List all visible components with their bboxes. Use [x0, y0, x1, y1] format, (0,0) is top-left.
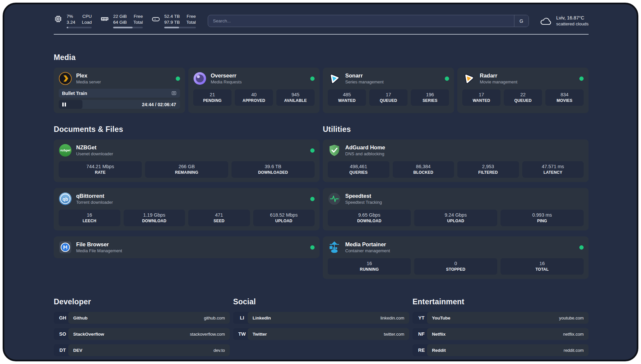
- camera-icon: [171, 90, 177, 96]
- link-url: twitter.com: [384, 332, 404, 337]
- ram-labels: Free Total: [134, 14, 143, 25]
- link-url: youtube.com: [559, 316, 584, 320]
- app-subtitle: Series management: [345, 79, 383, 85]
- link-linkedin[interactable]: LI LinkedInlinkedin.com: [233, 312, 409, 324]
- plex-icon: [59, 72, 72, 85]
- nzbget-icon: nzbget: [59, 144, 72, 157]
- stat-wanted: 17WANTED: [462, 89, 501, 106]
- link-name: Github: [73, 316, 88, 320]
- status-dot: [310, 148, 315, 153]
- card-radarr[interactable]: Radarr Movie management 17WANTED 22QUEUE…: [457, 68, 589, 113]
- stat-rate: 744.21 MbpsRATE: [59, 161, 142, 178]
- disk-values: 52.4 TB 97.9 TB: [164, 14, 180, 25]
- stat-ping: 0.993 msPING: [501, 210, 584, 226]
- link-twitter[interactable]: TW Twittertwitter.com: [233, 328, 409, 340]
- playback-progress: 24:44 / 02:06:47: [59, 100, 180, 109]
- ram-progress-bar: [113, 27, 143, 28]
- stat-upload: 618.52 MbpsUPLOAD: [253, 210, 315, 226]
- card-sonarr[interactable]: Sonarr Series management 485WANTED 17QUE…: [323, 68, 454, 113]
- app-subtitle: Container management: [345, 248, 390, 254]
- search-input[interactable]: [208, 15, 514, 27]
- card-nzbget[interactable]: nzbget NZBGet Usenet downloader 744.21 M…: [54, 139, 320, 182]
- app-subtitle: DNS and adblocking: [345, 151, 385, 157]
- svg-text:nzbget: nzbget: [60, 148, 71, 152]
- cpu-labels: CPU Load: [82, 14, 92, 25]
- app-subtitle: Usenet downloader: [76, 151, 113, 157]
- link-url: github.com: [204, 316, 225, 320]
- cpu-stat-widget: 7% 3.24 CPU Load: [54, 14, 92, 28]
- app-subtitle: Media File Management: [76, 248, 122, 254]
- link-name: Netflix: [432, 332, 445, 337]
- link-url: stackoverflow.com: [190, 332, 225, 337]
- app-title: Sonarr: [345, 72, 383, 79]
- adguard-icon: [328, 144, 341, 157]
- stat-stopped: 0STOPPED: [414, 258, 497, 275]
- card-portainer[interactable]: Media Portainer Container management 16R…: [323, 236, 589, 279]
- stat-download: 1.19 GbpsDOWNLOAD: [124, 210, 185, 226]
- link-github[interactable]: GH Githubgithub.com: [54, 312, 230, 324]
- stat-approved: 40APPROVED: [235, 89, 273, 106]
- stat-filtered: 2,953FILTERED: [457, 161, 519, 178]
- stat-total: 16TOTAL: [501, 258, 584, 275]
- card-plex[interactable]: Plex Media server Bullet Train: [54, 68, 185, 113]
- app-title: Plex: [76, 72, 101, 79]
- link-stackoverflow[interactable]: SO StackOverflowstackoverflow.com: [54, 328, 230, 340]
- stat-series: 196SERIES: [411, 89, 449, 106]
- stat-download: 9.65 GbpsDOWNLOAD: [328, 210, 411, 226]
- cloud-icon: [539, 16, 552, 26]
- card-adguard[interactable]: AdGuard Home DNS and adblocking 498,461Q…: [323, 139, 589, 182]
- sonarr-icon: [328, 72, 341, 85]
- app-subtitle: Speedtest Tracking: [345, 199, 382, 205]
- stat-seed: 471SEED: [188, 210, 250, 226]
- playback-time: 24:44 / 02:06:47: [142, 102, 176, 107]
- stat-blocked: 86,384BLOCKED: [393, 161, 454, 178]
- link-youtube[interactable]: YT YouTubeyoutube.com: [412, 312, 589, 324]
- card-qbittorrent[interactable]: qb qBittorrent Torrent downloader 16LEEC…: [54, 188, 320, 230]
- status-dot: [445, 76, 449, 81]
- disk-progress-bar: [164, 27, 196, 28]
- svg-text:qb: qb: [62, 197, 68, 202]
- disk-stat-widget: 52.4 TB 97.9 TB Free Total: [151, 14, 196, 28]
- now-playing-row: Bullet Train: [59, 89, 180, 98]
- app-subtitle: Media server: [76, 79, 101, 85]
- link-name: Twitter: [253, 332, 267, 337]
- card-overseerr[interactable]: Overseerr Media Requests 21PENDING 40APP…: [188, 68, 320, 113]
- now-playing-title: Bullet Train: [62, 91, 87, 96]
- stat-upload: 9.24 GbpsUPLOAD: [414, 210, 497, 226]
- weather-widget: Lviv, 16.87°C scattered clouds: [539, 15, 589, 27]
- ram-values: 22 GiB 64 GiB: [113, 14, 127, 25]
- stat-queued: 22QUEUED: [504, 89, 542, 106]
- link-netflix[interactable]: NF Netflixnetflix.com: [412, 328, 589, 340]
- dashboard-window: 7% 3.24 CPU Load: [3, 3, 638, 361]
- disk-icon: [151, 14, 160, 23]
- top-bar: 7% 3.24 CPU Load: [54, 14, 589, 28]
- link-dev[interactable]: DT DEVdev.to: [54, 344, 230, 356]
- status-dot: [579, 76, 584, 81]
- section-title-developer: Developer: [54, 297, 230, 306]
- card-speedtest[interactable]: Speedtest Speedtest Tracking 9.65 GbpsDO…: [323, 188, 589, 230]
- stat-pending: 21PENDING: [193, 89, 231, 106]
- app-subtitle: Movie management: [480, 79, 517, 85]
- link-url: netflix.com: [563, 332, 584, 337]
- section-developer: Developer GH Githubgithub.com SO StackOv…: [54, 297, 230, 356]
- section-title-entertainment: Entertainment: [412, 297, 589, 306]
- app-title: Media Portainer: [345, 241, 390, 248]
- filebrowser-icon: [59, 241, 72, 254]
- stat-remaining: 266 GBREMAINING: [145, 161, 228, 178]
- cpu-progress-bar: [67, 27, 92, 28]
- pause-button[interactable]: [62, 103, 66, 106]
- header-divider: [54, 34, 589, 35]
- link-name: StackOverflow: [73, 332, 104, 337]
- card-filebrowser[interactable]: File Browser Media File Management: [54, 236, 320, 258]
- disk-labels: Free Total: [186, 14, 196, 25]
- app-title: qBittorrent: [76, 193, 113, 199]
- ram-icon: [100, 14, 109, 23]
- app-subtitle: Torrent downloader: [76, 199, 113, 205]
- section-title-documents: Documents & Files: [54, 125, 320, 134]
- search-bar: G: [208, 15, 529, 27]
- status-dot: [310, 245, 315, 250]
- speedtest-icon: [328, 192, 341, 205]
- status-dot: [176, 76, 180, 81]
- search-engine-button[interactable]: G: [514, 15, 529, 27]
- link-reddit[interactable]: RE Redditreddit.com: [412, 344, 589, 356]
